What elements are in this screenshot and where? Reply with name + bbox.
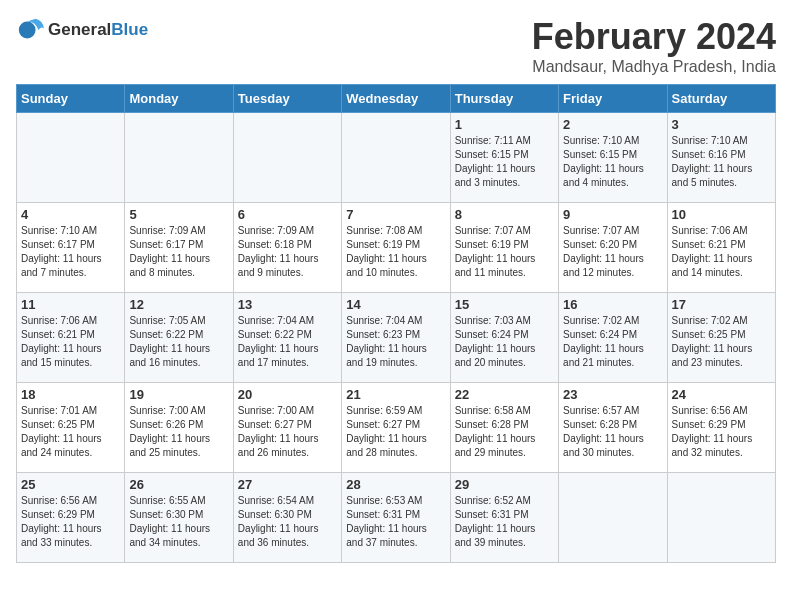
day-number: 19 bbox=[129, 387, 228, 402]
day-info: Sunrise: 7:02 AM Sunset: 6:25 PM Dayligh… bbox=[672, 314, 771, 370]
day-number: 1 bbox=[455, 117, 554, 132]
calendar-cell: 12Sunrise: 7:05 AM Sunset: 6:22 PM Dayli… bbox=[125, 293, 233, 383]
day-info: Sunrise: 7:11 AM Sunset: 6:15 PM Dayligh… bbox=[455, 134, 554, 190]
day-number: 8 bbox=[455, 207, 554, 222]
title-area: February 2024 Mandsaur, Madhya Pradesh, … bbox=[532, 16, 776, 76]
day-number: 28 bbox=[346, 477, 445, 492]
day-number: 18 bbox=[21, 387, 120, 402]
day-number: 24 bbox=[672, 387, 771, 402]
day-info: Sunrise: 7:00 AM Sunset: 6:27 PM Dayligh… bbox=[238, 404, 337, 460]
calendar-cell: 29Sunrise: 6:52 AM Sunset: 6:31 PM Dayli… bbox=[450, 473, 558, 563]
day-info: Sunrise: 6:59 AM Sunset: 6:27 PM Dayligh… bbox=[346, 404, 445, 460]
calendar-cell: 18Sunrise: 7:01 AM Sunset: 6:25 PM Dayli… bbox=[17, 383, 125, 473]
day-number: 3 bbox=[672, 117, 771, 132]
day-info: Sunrise: 6:53 AM Sunset: 6:31 PM Dayligh… bbox=[346, 494, 445, 550]
calendar-cell: 11Sunrise: 7:06 AM Sunset: 6:21 PM Dayli… bbox=[17, 293, 125, 383]
calendar-week-row: 25Sunrise: 6:56 AM Sunset: 6:29 PM Dayli… bbox=[17, 473, 776, 563]
day-number: 9 bbox=[563, 207, 662, 222]
calendar-day-header: Friday bbox=[559, 85, 667, 113]
day-info: Sunrise: 7:06 AM Sunset: 6:21 PM Dayligh… bbox=[672, 224, 771, 280]
day-info: Sunrise: 7:03 AM Sunset: 6:24 PM Dayligh… bbox=[455, 314, 554, 370]
day-number: 13 bbox=[238, 297, 337, 312]
calendar-cell: 20Sunrise: 7:00 AM Sunset: 6:27 PM Dayli… bbox=[233, 383, 341, 473]
day-info: Sunrise: 6:54 AM Sunset: 6:30 PM Dayligh… bbox=[238, 494, 337, 550]
day-info: Sunrise: 7:06 AM Sunset: 6:21 PM Dayligh… bbox=[21, 314, 120, 370]
day-number: 17 bbox=[672, 297, 771, 312]
day-info: Sunrise: 7:01 AM Sunset: 6:25 PM Dayligh… bbox=[21, 404, 120, 460]
calendar-cell bbox=[667, 473, 775, 563]
day-info: Sunrise: 7:10 AM Sunset: 6:15 PM Dayligh… bbox=[563, 134, 662, 190]
day-info: Sunrise: 6:58 AM Sunset: 6:28 PM Dayligh… bbox=[455, 404, 554, 460]
calendar-body: 1Sunrise: 7:11 AM Sunset: 6:15 PM Daylig… bbox=[17, 113, 776, 563]
calendar-day-header: Wednesday bbox=[342, 85, 450, 113]
calendar-cell bbox=[125, 113, 233, 203]
svg-point-0 bbox=[19, 22, 36, 39]
day-number: 20 bbox=[238, 387, 337, 402]
day-info: Sunrise: 7:04 AM Sunset: 6:22 PM Dayligh… bbox=[238, 314, 337, 370]
calendar-cell: 22Sunrise: 6:58 AM Sunset: 6:28 PM Dayli… bbox=[450, 383, 558, 473]
calendar-cell bbox=[233, 113, 341, 203]
calendar-week-row: 4Sunrise: 7:10 AM Sunset: 6:17 PM Daylig… bbox=[17, 203, 776, 293]
day-info: Sunrise: 7:05 AM Sunset: 6:22 PM Dayligh… bbox=[129, 314, 228, 370]
calendar-cell bbox=[342, 113, 450, 203]
calendar-cell: 3Sunrise: 7:10 AM Sunset: 6:16 PM Daylig… bbox=[667, 113, 775, 203]
calendar-week-row: 11Sunrise: 7:06 AM Sunset: 6:21 PM Dayli… bbox=[17, 293, 776, 383]
day-info: Sunrise: 7:10 AM Sunset: 6:16 PM Dayligh… bbox=[672, 134, 771, 190]
calendar-day-header: Thursday bbox=[450, 85, 558, 113]
day-number: 29 bbox=[455, 477, 554, 492]
calendar-cell: 23Sunrise: 6:57 AM Sunset: 6:28 PM Dayli… bbox=[559, 383, 667, 473]
calendar-cell: 6Sunrise: 7:09 AM Sunset: 6:18 PM Daylig… bbox=[233, 203, 341, 293]
day-info: Sunrise: 7:02 AM Sunset: 6:24 PM Dayligh… bbox=[563, 314, 662, 370]
calendar-cell: 25Sunrise: 6:56 AM Sunset: 6:29 PM Dayli… bbox=[17, 473, 125, 563]
day-info: Sunrise: 7:04 AM Sunset: 6:23 PM Dayligh… bbox=[346, 314, 445, 370]
calendar-cell: 9Sunrise: 7:07 AM Sunset: 6:20 PM Daylig… bbox=[559, 203, 667, 293]
day-info: Sunrise: 6:56 AM Sunset: 6:29 PM Dayligh… bbox=[672, 404, 771, 460]
day-info: Sunrise: 6:57 AM Sunset: 6:28 PM Dayligh… bbox=[563, 404, 662, 460]
logo-general: GeneralBlue bbox=[48, 20, 148, 40]
calendar-week-row: 1Sunrise: 7:11 AM Sunset: 6:15 PM Daylig… bbox=[17, 113, 776, 203]
day-number: 14 bbox=[346, 297, 445, 312]
day-number: 23 bbox=[563, 387, 662, 402]
day-info: Sunrise: 6:52 AM Sunset: 6:31 PM Dayligh… bbox=[455, 494, 554, 550]
logo-icon bbox=[16, 16, 44, 44]
day-number: 12 bbox=[129, 297, 228, 312]
calendar-cell: 21Sunrise: 6:59 AM Sunset: 6:27 PM Dayli… bbox=[342, 383, 450, 473]
calendar-cell: 4Sunrise: 7:10 AM Sunset: 6:17 PM Daylig… bbox=[17, 203, 125, 293]
calendar-cell: 7Sunrise: 7:08 AM Sunset: 6:19 PM Daylig… bbox=[342, 203, 450, 293]
day-info: Sunrise: 7:09 AM Sunset: 6:17 PM Dayligh… bbox=[129, 224, 228, 280]
day-number: 27 bbox=[238, 477, 337, 492]
calendar-day-header: Saturday bbox=[667, 85, 775, 113]
calendar-day-header: Monday bbox=[125, 85, 233, 113]
day-number: 16 bbox=[563, 297, 662, 312]
calendar-day-header: Sunday bbox=[17, 85, 125, 113]
calendar-cell: 27Sunrise: 6:54 AM Sunset: 6:30 PM Dayli… bbox=[233, 473, 341, 563]
day-info: Sunrise: 7:10 AM Sunset: 6:17 PM Dayligh… bbox=[21, 224, 120, 280]
day-number: 22 bbox=[455, 387, 554, 402]
day-number: 2 bbox=[563, 117, 662, 132]
calendar-cell: 24Sunrise: 6:56 AM Sunset: 6:29 PM Dayli… bbox=[667, 383, 775, 473]
logo: GeneralBlue bbox=[16, 16, 148, 44]
day-info: Sunrise: 6:55 AM Sunset: 6:30 PM Dayligh… bbox=[129, 494, 228, 550]
day-info: Sunrise: 7:09 AM Sunset: 6:18 PM Dayligh… bbox=[238, 224, 337, 280]
calendar-cell: 14Sunrise: 7:04 AM Sunset: 6:23 PM Dayli… bbox=[342, 293, 450, 383]
calendar-cell: 5Sunrise: 7:09 AM Sunset: 6:17 PM Daylig… bbox=[125, 203, 233, 293]
day-info: Sunrise: 7:00 AM Sunset: 6:26 PM Dayligh… bbox=[129, 404, 228, 460]
calendar-cell: 17Sunrise: 7:02 AM Sunset: 6:25 PM Dayli… bbox=[667, 293, 775, 383]
calendar-cell: 1Sunrise: 7:11 AM Sunset: 6:15 PM Daylig… bbox=[450, 113, 558, 203]
calendar-cell: 28Sunrise: 6:53 AM Sunset: 6:31 PM Dayli… bbox=[342, 473, 450, 563]
day-number: 6 bbox=[238, 207, 337, 222]
calendar-cell: 26Sunrise: 6:55 AM Sunset: 6:30 PM Dayli… bbox=[125, 473, 233, 563]
day-info: Sunrise: 6:56 AM Sunset: 6:29 PM Dayligh… bbox=[21, 494, 120, 550]
day-number: 26 bbox=[129, 477, 228, 492]
day-info: Sunrise: 7:07 AM Sunset: 6:19 PM Dayligh… bbox=[455, 224, 554, 280]
day-number: 7 bbox=[346, 207, 445, 222]
calendar-table: SundayMondayTuesdayWednesdayThursdayFrid… bbox=[16, 84, 776, 563]
calendar-cell: 10Sunrise: 7:06 AM Sunset: 6:21 PM Dayli… bbox=[667, 203, 775, 293]
calendar-cell: 13Sunrise: 7:04 AM Sunset: 6:22 PM Dayli… bbox=[233, 293, 341, 383]
day-number: 4 bbox=[21, 207, 120, 222]
page-title: February 2024 bbox=[532, 16, 776, 58]
calendar-cell: 16Sunrise: 7:02 AM Sunset: 6:24 PM Dayli… bbox=[559, 293, 667, 383]
day-number: 15 bbox=[455, 297, 554, 312]
calendar-cell bbox=[17, 113, 125, 203]
calendar-cell: 2Sunrise: 7:10 AM Sunset: 6:15 PM Daylig… bbox=[559, 113, 667, 203]
